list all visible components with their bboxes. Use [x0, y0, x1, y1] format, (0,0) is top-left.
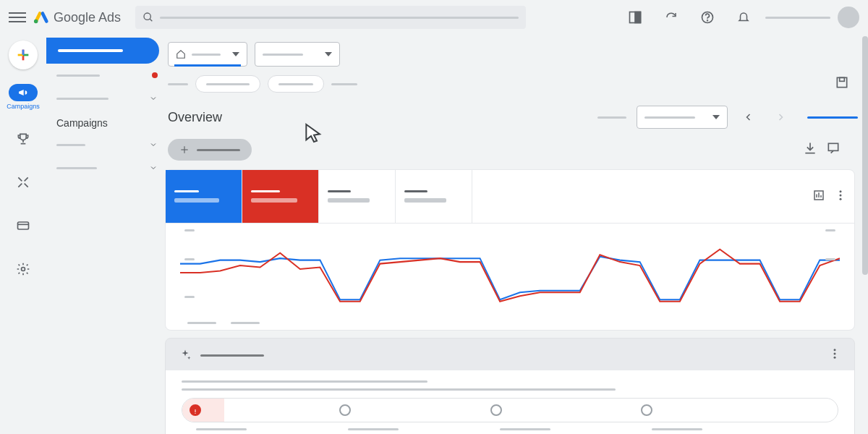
svg-point-29 [834, 349, 836, 351]
scope-dropdown[interactable] [168, 42, 247, 67]
search-icon [142, 12, 154, 23]
svg-point-0 [34, 20, 38, 24]
insight-card [165, 338, 855, 434]
svg-line-2 [150, 19, 152, 21]
rail-admin[interactable] [9, 255, 38, 284]
refresh-icon[interactable] [657, 3, 686, 32]
warning-step-icon [190, 404, 201, 416]
sidebar-active-item[interactable] [46, 38, 159, 64]
more-icon[interactable] [828, 347, 841, 363]
appearance-icon[interactable] [621, 3, 650, 32]
search-input[interactable] [135, 6, 526, 29]
download-icon[interactable] [803, 141, 817, 158]
chevron-down-icon [149, 140, 158, 149]
help-icon[interactable] [693, 3, 722, 32]
setup-progress[interactable] [182, 398, 838, 422]
chips-row [165, 74, 861, 100]
scrollbar[interactable] [862, 36, 868, 275]
home-icon [176, 49, 186, 59]
prev-period-button[interactable] [738, 106, 760, 129]
svg-point-6 [707, 20, 708, 21]
svg-rect-32 [195, 409, 196, 412]
sidebar: Campaigns [46, 35, 165, 434]
feedback-icon[interactable] [826, 141, 841, 158]
svg-point-1 [144, 13, 150, 20]
next-period-button[interactable] [770, 106, 791, 129]
filter-chip[interactable] [195, 75, 260, 93]
rail-goals[interactable] [9, 124, 38, 153]
sidebar-item-4[interactable] [46, 156, 165, 179]
svg-rect-33 [195, 413, 196, 414]
filter-chip[interactable] [268, 75, 324, 93]
rail-campaigns-label: Campaigns [7, 103, 40, 110]
sidebar-item-3[interactable] [46, 133, 165, 156]
svg-point-26 [840, 190, 842, 192]
ads-logo-icon [33, 9, 49, 25]
svg-rect-17 [840, 77, 845, 81]
notifications-icon[interactable] [729, 3, 758, 32]
sidebar-item-1[interactable] [46, 64, 165, 87]
svg-point-30 [834, 353, 836, 355]
sparkle-icon [179, 349, 192, 362]
chevron-down-icon [149, 94, 158, 103]
metric-tab-1[interactable] [166, 170, 242, 223]
alert-dot-icon [152, 72, 158, 78]
metric-tab-3[interactable] [319, 170, 396, 223]
metric-tab-4[interactable] [396, 170, 472, 223]
card-icon [16, 218, 30, 233]
page-title: Overview [168, 110, 222, 125]
title-row: Overview [165, 100, 861, 135]
chart-options-icon[interactable] [812, 189, 825, 205]
rail-billing[interactable] [9, 211, 38, 240]
left-rail: Campaigns [0, 35, 46, 434]
save-view-icon[interactable] [835, 75, 849, 93]
svg-rect-4 [635, 12, 641, 23]
megaphone-icon [17, 87, 29, 98]
plus-icon [179, 145, 190, 155]
trophy-icon [16, 132, 30, 146]
svg-point-28 [840, 197, 842, 200]
performance-chart-card [165, 169, 855, 331]
chevron-down-icon [149, 163, 158, 172]
svg-point-15 [22, 268, 25, 271]
chip-label [331, 83, 357, 85]
filter-row [165, 35, 861, 74]
account-label [765, 17, 830, 19]
cursor-icon [302, 122, 326, 145]
date-range-dropdown[interactable] [637, 106, 728, 129]
date-label [597, 116, 626, 119]
svg-rect-16 [837, 77, 846, 87]
more-icon[interactable] [834, 189, 847, 205]
line-chart [180, 228, 840, 318]
svg-rect-13 [18, 222, 29, 229]
add-filter-button[interactable] [168, 139, 252, 161]
product-name: Google Ads [54, 10, 121, 25]
avatar[interactable] [838, 7, 859, 28]
main-content: Overview [165, 35, 861, 434]
rail-campaigns[interactable]: Campaigns [7, 84, 40, 110]
app-header: Google Ads [0, 0, 868, 35]
svg-point-27 [840, 194, 842, 196]
chip-label [168, 83, 188, 85]
product-logo[interactable]: Google Ads [33, 9, 121, 25]
svg-point-31 [834, 357, 836, 359]
metric-tab-2[interactable] [242, 170, 319, 223]
plus-icon [15, 47, 31, 63]
gear-icon [16, 262, 30, 276]
create-button[interactable] [9, 41, 38, 69]
sidebar-item-2[interactable] [46, 87, 165, 110]
svg-rect-21 [828, 143, 838, 150]
sidebar-heading: Campaigns [46, 110, 165, 133]
compare-indicator [807, 116, 858, 119]
tools-icon [16, 175, 30, 190]
menu-icon[interactable] [9, 9, 26, 26]
filter-dropdown[interactable] [255, 42, 340, 67]
rail-tools[interactable] [9, 168, 38, 197]
